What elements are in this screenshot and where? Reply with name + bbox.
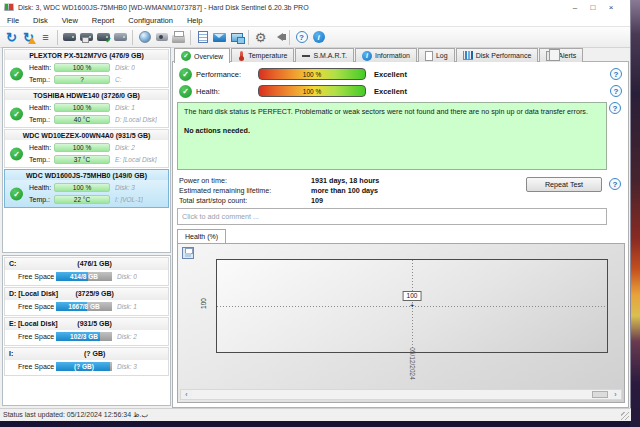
disk-ok-icon[interactable] [95,28,112,46]
disk-number: Disk: 3 [117,363,137,370]
smart-icon [302,55,310,57]
chart-tab-health[interactable]: Health (%) [177,229,226,243]
partition-item-2[interactable]: E: [Local Disk] (931/5 GB) Free Space 10… [4,317,169,346]
removable-disk-icon[interactable] [136,28,153,46]
tab-label: Alerts [558,52,576,59]
title-bar[interactable]: Disk: 3, WDC WD1600JS-75MHB0 [WD-WMANM10… [0,0,630,14]
details-icon[interactable] [37,28,54,46]
refresh-icon[interactable] [3,28,20,46]
stat-label: Estimated remaining lifetime: [179,186,311,195]
chart-scrollbar[interactable] [180,389,622,400]
tab-disk-performance[interactable]: Disk Performance [456,48,539,62]
settings-gear-icon[interactable] [252,28,269,46]
save-chart-icon[interactable] [182,247,194,259]
webcam-icon[interactable] [153,28,170,46]
health-rating: Excellent [374,87,407,96]
envelope-glyph [213,33,226,42]
partition-item-1[interactable]: D: [Local Disk] (3725/9 GB) Free Space 1… [4,287,169,316]
tab-log[interactable]: Log [418,48,455,62]
printer-icon[interactable] [170,28,187,46]
free-space-row: Free Space 414/8 GB Disk: 0 [5,270,168,283]
tab-alerts[interactable]: Alerts [539,48,583,62]
alerts-icon [546,51,555,61]
disk-search-icon[interactable] [112,28,129,46]
free-space-value: 1667/8 GB [56,302,112,311]
partition-item-0[interactable]: C: (476/1 GB) Free Space 414/8 GB Disk: … [4,257,169,286]
disk-glyph [63,33,76,41]
health-label: Health: [29,104,54,111]
stat-row: Estimated remaining lifetime: more than … [179,185,479,195]
comment-input[interactable] [177,208,607,225]
drive-letter: E: [Local Disk] [115,156,157,163]
repeat-test-button[interactable]: Repeat Test [526,177,602,192]
partition-name: I: [9,350,13,357]
globe-glyph [139,31,151,43]
disk-item-2[interactable]: WDC WD10EZEX-00WN4A0 (931/5 GB) Health: … [4,129,169,168]
status-message-box: The hard disk status is PERFECT. Problem… [177,102,607,170]
partition-capacity: (476/1 GB) [77,260,112,267]
network-icon[interactable] [228,28,245,46]
performance-help-icon[interactable] [610,68,622,80]
menu-file[interactable]: File [0,16,26,25]
disk-body: Health: 100 % Disk: 1 Temp.: 40 °C D: [L… [5,100,168,127]
stat-row: Power on time: 1931 days, 18 hours [179,175,479,185]
minimize-button[interactable]: – [566,1,584,13]
send-email-icon[interactable] [211,28,228,46]
bar-chart-icon [463,51,473,60]
partition-title: E: [Local Disk] (931/5 GB) [5,318,168,330]
menu-disk[interactable]: Disk [26,16,55,25]
drive-letter: I: [VOL-1] [115,196,143,203]
performance-row: Performance: 100 % Excellent [179,67,622,81]
log-document-icon [425,51,433,61]
disk-glyph [80,33,93,41]
toolbar [0,27,630,48]
disk-surface-icon[interactable] [78,28,95,46]
scroll-left-arrow[interactable] [181,390,192,399]
repeat-test-help-icon[interactable] [609,178,621,190]
help-icon[interactable] [293,28,310,46]
partition-capacity: (931/5 GB) [77,320,112,327]
disk-glyph [97,33,110,41]
scroll-thumb[interactable] [592,391,608,398]
health-row: Health: 100 % Disk: 2 [29,141,166,153]
info-icon[interactable] [310,28,327,46]
maximize-button[interactable]: □ [584,1,602,13]
free-space-row: Free Space 1667/8 GB Disk: 1 [5,300,168,313]
scroll-right-arrow[interactable] [610,390,621,399]
disk-list-panel: PLEXTOR PX-512M7VG (476/9 GB) Health: 10… [2,47,171,253]
partition-item-3[interactable]: I: (? GB) Free Space (? GB) Disk: 3 [4,347,169,376]
refresh-warning-icon[interactable] [20,28,37,46]
speaker-glyph [273,33,283,41]
close-button[interactable]: × [602,1,620,13]
health-bar: 100 % [54,183,110,192]
disk-number: Disk: 1 [117,303,137,310]
tab-overview[interactable]: Overview [174,48,230,63]
toolbar-separator [289,30,290,45]
menu-view[interactable]: View [55,16,85,25]
tab-temperature[interactable]: Temperature [231,48,294,62]
stat-row: Total start/stop count: 109 [179,195,479,205]
disk-number: Disk: 2 [117,333,137,340]
disk-item-3-selected[interactable]: WDC WD1600JS-75MHB0 (149/0 GB) Health: 1… [4,169,169,208]
stat-value: 1931 days, 18 hours [311,176,379,185]
disk-item-1[interactable]: TOSHIBA HDWE140 (3726/0 GB) Health: 100 … [4,89,169,128]
health-help-icon[interactable] [610,85,622,97]
menu-report[interactable]: Report [85,16,122,25]
performance-ok-icon [179,68,192,81]
drive-letter: D: [Local Disk] [115,116,157,123]
disk-capacity: (476/9 GB) [109,52,144,59]
status-help-icon[interactable] [609,102,621,114]
tab-smart[interactable]: S.M.A.R.T. [295,48,353,62]
speaker-icon[interactable] [269,28,286,46]
tab-information[interactable]: Information [355,48,417,62]
tab-label: Temperature [248,52,287,59]
smart-report-icon[interactable] [194,28,211,46]
free-space-bar: (? GB) [56,362,112,371]
resize-grip[interactable] [621,412,629,420]
menu-help[interactable]: Help [180,16,209,25]
disk-icon[interactable] [61,28,78,46]
disk-body: Health: 100 % Disk: 0 Temp.: ? C: [5,60,168,87]
menu-configuration[interactable]: Configuration [121,16,180,25]
disk-item-0[interactable]: PLEXTOR PX-512M7VG (476/9 GB) Health: 10… [4,49,169,88]
toolbar-separator [57,30,58,45]
